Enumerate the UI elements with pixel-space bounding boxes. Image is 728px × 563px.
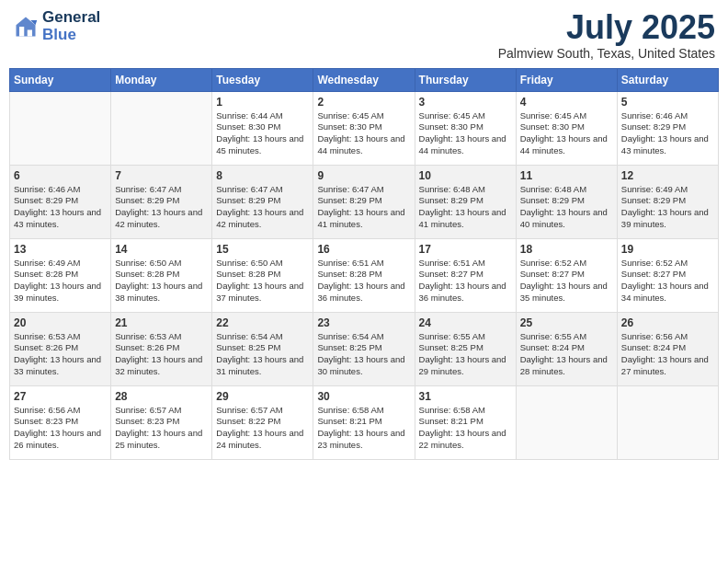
day-info: Sunrise: 6:45 AM Sunset: 8:30 PM Dayligh… bbox=[317, 110, 410, 157]
calendar-cell: 25Sunrise: 6:55 AM Sunset: 8:24 PM Dayli… bbox=[516, 312, 617, 385]
calendar-cell: 24Sunrise: 6:55 AM Sunset: 8:25 PM Dayli… bbox=[415, 312, 516, 385]
day-number: 8 bbox=[216, 169, 309, 182]
column-header-thursday: Thursday bbox=[415, 68, 516, 91]
calendar-header-row: SundayMondayTuesdayWednesdayThursdayFrid… bbox=[10, 68, 719, 91]
calendar-cell: 26Sunrise: 6:56 AM Sunset: 8:24 PM Dayli… bbox=[617, 312, 718, 385]
column-header-wednesday: Wednesday bbox=[313, 68, 415, 91]
calendar-cell: 13Sunrise: 6:49 AM Sunset: 8:28 PM Dayli… bbox=[10, 238, 111, 312]
calendar-cell: 14Sunrise: 6:50 AM Sunset: 8:28 PM Dayli… bbox=[111, 238, 212, 312]
logo-text: General Blue bbox=[42, 9, 100, 43]
calendar-week-row: 6Sunrise: 6:46 AM Sunset: 8:29 PM Daylig… bbox=[10, 165, 719, 238]
column-header-friday: Friday bbox=[516, 68, 617, 91]
calendar-cell: 16Sunrise: 6:51 AM Sunset: 8:28 PM Dayli… bbox=[313, 238, 415, 312]
calendar-cell: 18Sunrise: 6:52 AM Sunset: 8:27 PM Dayli… bbox=[516, 238, 617, 312]
day-number: 29 bbox=[216, 390, 309, 403]
day-info: Sunrise: 6:58 AM Sunset: 8:21 PM Dayligh… bbox=[317, 405, 410, 452]
calendar-cell: 30Sunrise: 6:58 AM Sunset: 8:21 PM Dayli… bbox=[313, 385, 415, 459]
calendar-cell: 12Sunrise: 6:49 AM Sunset: 8:29 PM Dayli… bbox=[617, 165, 718, 238]
calendar-cell: 31Sunrise: 6:58 AM Sunset: 8:21 PM Dayli… bbox=[415, 385, 516, 459]
day-info: Sunrise: 6:55 AM Sunset: 8:25 PM Dayligh… bbox=[419, 331, 512, 378]
calendar-cell: 22Sunrise: 6:54 AM Sunset: 8:25 PM Dayli… bbox=[212, 312, 313, 385]
month-year-title: July 2025 bbox=[498, 9, 715, 46]
calendar-cell: 6Sunrise: 6:46 AM Sunset: 8:29 PM Daylig… bbox=[10, 165, 111, 238]
day-info: Sunrise: 6:53 AM Sunset: 8:26 PM Dayligh… bbox=[14, 331, 107, 378]
day-info: Sunrise: 6:56 AM Sunset: 8:24 PM Dayligh… bbox=[621, 331, 714, 378]
day-number: 10 bbox=[419, 169, 512, 182]
day-info: Sunrise: 6:47 AM Sunset: 8:29 PM Dayligh… bbox=[115, 184, 208, 231]
day-info: Sunrise: 6:45 AM Sunset: 8:30 PM Dayligh… bbox=[520, 110, 613, 157]
day-info: Sunrise: 6:52 AM Sunset: 8:27 PM Dayligh… bbox=[621, 258, 714, 304]
calendar-cell: 5Sunrise: 6:46 AM Sunset: 8:29 PM Daylig… bbox=[617, 91, 718, 165]
calendar-cell bbox=[516, 385, 617, 459]
day-number: 3 bbox=[419, 96, 512, 109]
day-info: Sunrise: 6:47 AM Sunset: 8:29 PM Dayligh… bbox=[317, 184, 410, 231]
calendar-week-row: 20Sunrise: 6:53 AM Sunset: 8:26 PM Dayli… bbox=[10, 312, 719, 385]
day-info: Sunrise: 6:47 AM Sunset: 8:29 PM Dayligh… bbox=[216, 184, 309, 231]
calendar-week-row: 13Sunrise: 6:49 AM Sunset: 8:28 PM Dayli… bbox=[10, 238, 719, 312]
calendar-cell bbox=[617, 385, 718, 459]
day-number: 11 bbox=[520, 169, 613, 182]
day-info: Sunrise: 6:50 AM Sunset: 8:28 PM Dayligh… bbox=[115, 258, 208, 304]
day-info: Sunrise: 6:48 AM Sunset: 8:29 PM Dayligh… bbox=[520, 184, 613, 231]
day-number: 24 bbox=[419, 316, 512, 329]
calendar-cell: 8Sunrise: 6:47 AM Sunset: 8:29 PM Daylig… bbox=[212, 165, 313, 238]
day-number: 1 bbox=[216, 96, 309, 109]
day-number: 17 bbox=[419, 243, 512, 256]
day-info: Sunrise: 6:53 AM Sunset: 8:26 PM Dayligh… bbox=[115, 331, 208, 378]
day-info: Sunrise: 6:58 AM Sunset: 8:21 PM Dayligh… bbox=[419, 405, 512, 452]
calendar-cell: 7Sunrise: 6:47 AM Sunset: 8:29 PM Daylig… bbox=[111, 165, 212, 238]
calendar-cell: 11Sunrise: 6:48 AM Sunset: 8:29 PM Dayli… bbox=[516, 165, 617, 238]
day-number: 9 bbox=[317, 169, 410, 182]
day-info: Sunrise: 6:55 AM Sunset: 8:24 PM Dayligh… bbox=[520, 331, 613, 378]
logo: General Blue bbox=[13, 9, 100, 43]
column-header-tuesday: Tuesday bbox=[212, 68, 313, 91]
day-number: 4 bbox=[520, 96, 613, 109]
day-info: Sunrise: 6:57 AM Sunset: 8:22 PM Dayligh… bbox=[216, 405, 309, 452]
day-info: Sunrise: 6:45 AM Sunset: 8:30 PM Dayligh… bbox=[419, 110, 512, 157]
day-number: 26 bbox=[621, 316, 714, 329]
day-number: 22 bbox=[216, 316, 309, 329]
page-header: General Blue July 2025 Palmview South, T… bbox=[9, 9, 719, 61]
calendar-table: SundayMondayTuesdayWednesdayThursdayFrid… bbox=[9, 68, 719, 460]
day-info: Sunrise: 6:49 AM Sunset: 8:29 PM Dayligh… bbox=[621, 184, 714, 231]
day-number: 27 bbox=[14, 390, 107, 403]
title-block: July 2025 Palmview South, Texas, United … bbox=[498, 9, 715, 61]
svg-marker-1 bbox=[17, 17, 36, 36]
calendar-cell: 4Sunrise: 6:45 AM Sunset: 8:30 PM Daylig… bbox=[516, 91, 617, 165]
day-info: Sunrise: 6:49 AM Sunset: 8:28 PM Dayligh… bbox=[14, 258, 107, 304]
calendar-cell bbox=[10, 91, 111, 165]
calendar-cell: 10Sunrise: 6:48 AM Sunset: 8:29 PM Dayli… bbox=[415, 165, 516, 238]
day-info: Sunrise: 6:46 AM Sunset: 8:29 PM Dayligh… bbox=[621, 110, 714, 157]
calendar-cell: 23Sunrise: 6:54 AM Sunset: 8:25 PM Dayli… bbox=[313, 312, 415, 385]
day-number: 30 bbox=[317, 390, 410, 403]
calendar-cell: 21Sunrise: 6:53 AM Sunset: 8:26 PM Dayli… bbox=[111, 312, 212, 385]
day-number: 25 bbox=[520, 316, 613, 329]
svg-rect-4 bbox=[28, 29, 32, 36]
column-header-monday: Monday bbox=[111, 68, 212, 91]
day-number: 31 bbox=[419, 390, 512, 403]
calendar-cell: 15Sunrise: 6:50 AM Sunset: 8:28 PM Dayli… bbox=[212, 238, 313, 312]
day-number: 5 bbox=[621, 96, 714, 109]
calendar-week-row: 1Sunrise: 6:44 AM Sunset: 8:30 PM Daylig… bbox=[10, 91, 719, 165]
calendar-cell: 19Sunrise: 6:52 AM Sunset: 8:27 PM Dayli… bbox=[617, 238, 718, 312]
calendar-cell: 1Sunrise: 6:44 AM Sunset: 8:30 PM Daylig… bbox=[212, 91, 313, 165]
day-number: 7 bbox=[115, 169, 208, 182]
day-number: 12 bbox=[621, 169, 714, 182]
svg-rect-3 bbox=[19, 27, 24, 37]
day-info: Sunrise: 6:48 AM Sunset: 8:29 PM Dayligh… bbox=[419, 184, 512, 231]
column-header-sunday: Sunday bbox=[10, 68, 111, 91]
calendar-cell: 28Sunrise: 6:57 AM Sunset: 8:23 PM Dayli… bbox=[111, 385, 212, 459]
day-info: Sunrise: 6:54 AM Sunset: 8:25 PM Dayligh… bbox=[216, 331, 309, 378]
calendar-cell: 9Sunrise: 6:47 AM Sunset: 8:29 PM Daylig… bbox=[313, 165, 415, 238]
day-number: 21 bbox=[115, 316, 208, 329]
day-info: Sunrise: 6:50 AM Sunset: 8:28 PM Dayligh… bbox=[216, 258, 309, 304]
day-info: Sunrise: 6:51 AM Sunset: 8:27 PM Dayligh… bbox=[419, 258, 512, 304]
day-info: Sunrise: 6:46 AM Sunset: 8:29 PM Dayligh… bbox=[14, 184, 107, 231]
day-number: 18 bbox=[520, 243, 613, 256]
column-header-saturday: Saturday bbox=[617, 68, 718, 91]
day-info: Sunrise: 6:57 AM Sunset: 8:23 PM Dayligh… bbox=[115, 405, 208, 452]
day-number: 15 bbox=[216, 243, 309, 256]
calendar-cell bbox=[111, 91, 212, 165]
day-number: 2 bbox=[317, 96, 410, 109]
logo-icon bbox=[13, 14, 39, 40]
